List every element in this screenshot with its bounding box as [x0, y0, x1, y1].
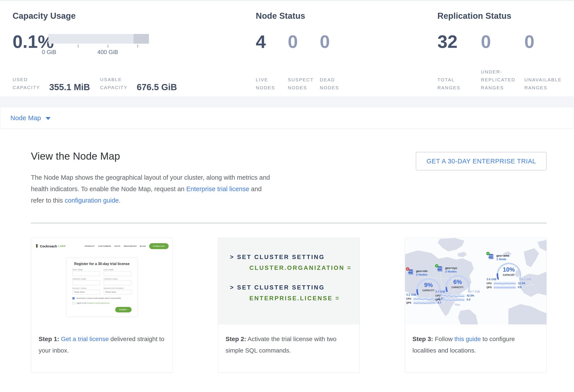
- first-name-label: FIRST NAME: [72, 269, 100, 271]
- company-email-label: COMPANY EMAIL: [104, 278, 132, 280]
- section-gap: [0, 96, 574, 107]
- cpu-value: 12.3%: [518, 282, 525, 285]
- dead-nodes-label: DEAD NODES: [320, 76, 350, 92]
- license-agreement-checkbox: [72, 302, 75, 304]
- qps-label: QPS: [435, 298, 442, 301]
- live-nodes-stat: 4 LIVE NODES: [256, 33, 288, 92]
- project-phase-select: Please Select: [72, 290, 100, 295]
- total-ranges-value: 32: [437, 33, 481, 50]
- node-map-onboarding: View the Node Map The Node Map shows the…: [0, 129, 574, 373]
- suspect-nodes-stat: 0 SUSPECT NODES: [288, 33, 320, 92]
- project-phase-label: PROJECT PHASE: [72, 287, 100, 289]
- map-cluster-ams: geo=ams 1 Node 10% CAPACITY: [486, 254, 532, 289]
- mini-nav-product: PRODUCT: [85, 245, 95, 247]
- live-nodes-label: LIVE NODES: [256, 76, 286, 92]
- mini-site-nav: PRODUCT CUSTOMERS DOCS RESOURCES BLOG DO…: [85, 243, 169, 249]
- map-cluster-nyc: geo=nyc 2 Nodes 6% CAPACITY: [435, 266, 480, 301]
- suspect-nodes-label: SUSPECT NODES: [288, 76, 318, 92]
- step-2-caption: Step 2: Activate the trial license with …: [218, 325, 360, 356]
- trial-registration-form: Register for a 30-day trial license FIRS…: [66, 258, 138, 317]
- under-replicated-ranges-stat: 0 UNDER-REPLICATED RANGES: [481, 33, 524, 92]
- cluster-node-count: 2 Nodes: [416, 273, 428, 276]
- capacity-bar: 0 GiB 400 GiB: [48, 34, 149, 56]
- replication-status-panel: Replication Status 32 TOTAL RANGES 0 UND…: [437, 11, 574, 96]
- cluster-node-count: 2 Nodes: [445, 270, 457, 273]
- page-title: View the Node Map: [31, 150, 270, 162]
- qps-sparkline: [413, 301, 435, 304]
- section-divider: [31, 223, 547, 223]
- email-updates-label: I would like to receive email updates ab…: [76, 297, 121, 299]
- email-updates-checkbox: [72, 297, 75, 299]
- software-license-agreement-link: Software License Agreement.: [87, 302, 110, 304]
- this-guide-link[interactable]: this guide: [454, 336, 481, 342]
- qps-label: QPS: [406, 301, 413, 304]
- capacity-percent: 10%: [494, 266, 523, 273]
- qps-sparkline: [442, 298, 465, 301]
- capacity-axis-ticks: [48, 45, 149, 48]
- configuration-guide-link[interactable]: configuration guide: [65, 197, 119, 204]
- enterprise-trial-button[interactable]: GET A 30-DAY ENTERPRISE TRIAL: [416, 152, 547, 170]
- healthy-badge-icon: [435, 264, 438, 268]
- cockroach-labs-logo: Cockroach LABS: [35, 244, 66, 248]
- page: Capacity Usage 0.1%: [0, 0, 574, 373]
- hero-description: The Node Map shows the geographical layo…: [31, 172, 270, 206]
- sql-commands-preview: > SET CLUSTER SETTING CLUSTER.ORGANIZATI…: [218, 238, 360, 325]
- capacity-usage-title: Capacity Usage: [13, 11, 256, 21]
- cpu-sparkline: [413, 298, 435, 300]
- mini-download-button: DOWNLOAD: [149, 243, 169, 249]
- cpu-label: CPU: [487, 282, 494, 285]
- qps-label: QPS: [487, 286, 494, 289]
- prompt-symbol: >: [230, 254, 234, 260]
- qps-value: 0.0: [467, 298, 471, 301]
- suspect-nodes-value: 0: [288, 33, 320, 50]
- mini-submit-button: SUBMIT: [115, 307, 132, 312]
- used-capacity-value: 355.1 MiB: [49, 82, 90, 92]
- enterprise-trial-license-link[interactable]: Enterprise trial license: [186, 186, 249, 192]
- step-1-card: Cockroach LABS PRODUCT CUSTOMERS DOCS RE…: [31, 238, 173, 373]
- cluster-organization-arg: CLUSTER.ORGANIZATION =: [249, 264, 360, 271]
- mini-nav-customers: CUSTOMERS: [98, 245, 111, 247]
- qps-value: 4.7: [438, 301, 441, 304]
- step-3-caption: Step 3: Follow this guide to configure l…: [405, 325, 546, 356]
- replication-status-title: Replication Status: [437, 11, 574, 21]
- cluster-name: geo=ams: [496, 254, 509, 258]
- step-3-card: 1 geo=sfo 2 N: [405, 238, 547, 373]
- last-name-label: LAST NAME: [104, 269, 132, 271]
- cpu-sparkline: [442, 294, 465, 297]
- capacity-tick-0: 0 GiB: [42, 49, 56, 56]
- registration-site-preview: Cockroach LABS PRODUCT CUSTOMERS DOCS RE…: [31, 238, 173, 325]
- node-map-preview: 1 geo=sfo 2 N: [405, 238, 546, 325]
- onboarding-steps: Cockroach LABS PRODUCT CUSTOMERS DOCS RE…: [31, 238, 547, 373]
- capacity-caption: CAPACITY: [494, 274, 523, 276]
- capacity-tick-400: 400 GiB: [97, 49, 118, 56]
- cpu-label: CPU: [435, 294, 442, 297]
- reason-for-interest-select: Please Select: [104, 290, 132, 295]
- usable-capacity-value: 676.5 GiB: [137, 82, 177, 92]
- capacity-bar-track: [48, 34, 149, 44]
- usable-capacity-label: USABLE CAPACITY: [100, 76, 135, 92]
- mini-nav-resources: RESOURCES: [124, 245, 137, 247]
- qps-sparkline: [494, 286, 516, 289]
- prompt-symbol: >: [230, 284, 234, 291]
- error-badge-icon: 1: [406, 267, 409, 271]
- dead-nodes-stat: 0 DEAD NODES: [320, 33, 352, 92]
- unavailable-ranges-label: UNAVAILABLE RANGES: [524, 76, 566, 92]
- node-map-view-dropdown[interactable]: Node Map: [10, 114, 51, 122]
- node-map-view-label: Node Map: [10, 114, 41, 122]
- registration-form-title: Register for a 30-day trial license: [72, 262, 132, 266]
- cpu-sparkline: [494, 282, 516, 285]
- license-agreement-label: I agree to the Software License Agreemen…: [76, 302, 110, 304]
- node-status-title: Node Status: [256, 11, 437, 21]
- step-1-caption: Step 1: Get a trial license delivered st…: [31, 325, 173, 356]
- mini-nav-blog: BLOG: [140, 245, 146, 247]
- unavailable-ranges-stat: 0 UNAVAILABLE RANGES: [524, 33, 568, 92]
- company-email-field: [104, 280, 132, 285]
- capacity-bar-reserved-segment: [134, 34, 149, 44]
- under-replicated-ranges-label: UNDER-REPLICATED RANGES: [481, 68, 522, 92]
- capacity-gauge: 6% CAPACITY: [443, 274, 472, 293]
- dead-nodes-value: 0: [320, 33, 352, 50]
- total-ranges-label: TOTAL RANGES: [437, 76, 479, 92]
- enterprise-license-arg: ENTERPRISE.LICENSE =: [249, 295, 360, 302]
- chevron-down-icon: [46, 117, 51, 120]
- get-trial-license-link[interactable]: Get a trial license: [61, 336, 109, 342]
